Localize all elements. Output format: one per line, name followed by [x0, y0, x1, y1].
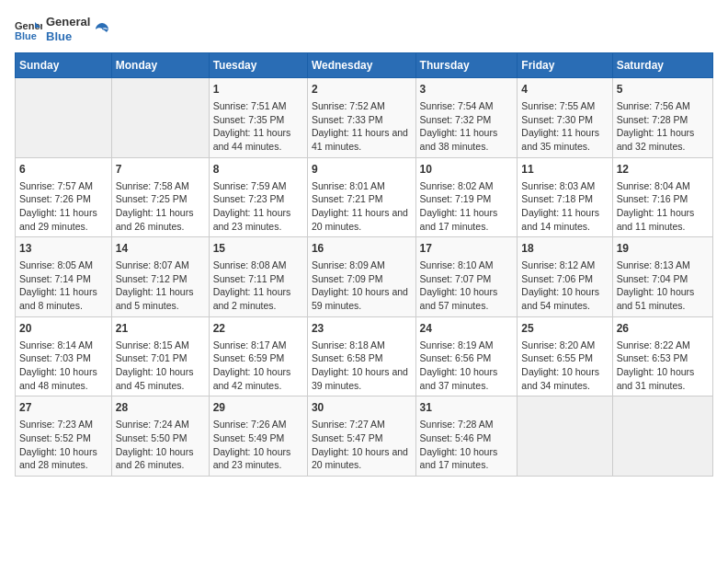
- day-cell: 24Sunrise: 8:19 AMSunset: 6:56 PMDayligh…: [415, 316, 518, 396]
- day-info: Daylight: 10 hours and 34 minutes.: [521, 365, 608, 392]
- day-info: Sunset: 7:19 PM: [420, 192, 514, 206]
- day-number: 15: [213, 241, 303, 257]
- day-info: Sunrise: 8:09 AM: [312, 259, 412, 272]
- day-info: Daylight: 10 hours and 28 minutes.: [19, 445, 108, 472]
- day-info: Sunset: 7:26 PM: [19, 192, 108, 206]
- day-info: Sunset: 7:06 PM: [521, 272, 608, 286]
- day-cell: 18Sunrise: 8:12 AMSunset: 7:06 PMDayligh…: [518, 237, 612, 317]
- day-cell: 6Sunrise: 7:57 AMSunset: 7:26 PMDaylight…: [16, 157, 112, 237]
- day-info: Daylight: 10 hours and 17 minutes.: [420, 445, 514, 472]
- day-info: Sunrise: 7:58 AM: [116, 179, 205, 193]
- day-info: Sunrise: 7:54 AM: [420, 99, 514, 113]
- day-info: Sunset: 7:07 PM: [420, 272, 514, 286]
- day-cell: 23Sunrise: 8:18 AMSunset: 6:58 PMDayligh…: [307, 316, 415, 396]
- day-cell: 28Sunrise: 7:24 AMSunset: 5:50 PMDayligh…: [111, 396, 209, 477]
- day-info: Sunrise: 7:23 AM: [19, 418, 108, 431]
- day-cell: 8Sunrise: 7:59 AMSunset: 7:23 PMDaylight…: [209, 157, 307, 237]
- week-row-3: 13Sunrise: 8:05 AMSunset: 7:14 PMDayligh…: [16, 237, 713, 317]
- day-info: Daylight: 11 hours and 14 minutes.: [521, 206, 608, 233]
- day-cell: 5Sunrise: 7:56 AMSunset: 7:28 PMDaylight…: [612, 78, 712, 158]
- day-info: Sunrise: 8:13 AM: [617, 259, 709, 272]
- day-info: Sunrise: 7:59 AM: [213, 179, 303, 193]
- day-info: Daylight: 10 hours and 57 minutes.: [420, 285, 514, 312]
- logo: General Blue General Blue: [15, 15, 110, 43]
- day-number: 4: [521, 82, 608, 98]
- day-info: Sunset: 7:32 PM: [420, 113, 514, 127]
- day-info: Daylight: 10 hours and 20 minutes.: [312, 445, 412, 472]
- week-row-1: 1Sunrise: 7:51 AMSunset: 7:35 PMDaylight…: [16, 78, 713, 158]
- day-info: Daylight: 11 hours and 26 minutes.: [116, 206, 205, 233]
- day-info: Sunrise: 7:52 AM: [312, 99, 412, 113]
- day-info: Sunrise: 7:57 AM: [19, 179, 108, 193]
- day-cell: 17Sunrise: 8:10 AMSunset: 7:07 PMDayligh…: [415, 237, 518, 317]
- day-info: Sunset: 6:56 PM: [420, 351, 514, 365]
- day-number: 24: [420, 321, 514, 337]
- day-number: 20: [19, 321, 108, 337]
- day-info: Daylight: 10 hours and 26 minutes.: [116, 445, 205, 472]
- day-number: 10: [420, 162, 514, 178]
- day-info: Sunrise: 7:28 AM: [420, 418, 514, 431]
- day-info: Daylight: 11 hours and 5 minutes.: [116, 285, 205, 312]
- day-cell: 25Sunrise: 8:20 AMSunset: 6:55 PMDayligh…: [518, 316, 612, 396]
- day-header-sunday: Sunday: [16, 53, 112, 78]
- day-number: 3: [420, 82, 514, 98]
- day-number: 29: [213, 400, 303, 416]
- day-number: 6: [19, 162, 108, 178]
- day-header-thursday: Thursday: [415, 53, 518, 78]
- day-cell: 31Sunrise: 7:28 AMSunset: 5:46 PMDayligh…: [415, 396, 518, 477]
- day-number: 1: [213, 82, 303, 98]
- svg-text:Blue: Blue: [15, 30, 37, 40]
- day-number: 14: [116, 241, 205, 257]
- day-cell: [612, 396, 712, 477]
- day-info: Sunset: 7:12 PM: [116, 272, 205, 286]
- day-cell: 15Sunrise: 8:08 AMSunset: 7:11 PMDayligh…: [209, 237, 307, 317]
- day-info: Sunrise: 8:17 AM: [213, 339, 303, 352]
- day-info: Daylight: 11 hours and 11 minutes.: [617, 206, 709, 233]
- day-info: Daylight: 11 hours and 38 minutes.: [420, 126, 514, 153]
- day-number: 16: [312, 241, 412, 257]
- logo-icon: General Blue: [15, 18, 42, 40]
- day-cell: 13Sunrise: 8:05 AMSunset: 7:14 PMDayligh…: [16, 237, 112, 317]
- day-header-saturday: Saturday: [612, 53, 712, 78]
- day-cell: 11Sunrise: 8:03 AMSunset: 7:18 PMDayligh…: [518, 157, 612, 237]
- day-info: Daylight: 11 hours and 20 minutes.: [312, 206, 412, 233]
- day-info: Daylight: 10 hours and 48 minutes.: [19, 365, 108, 392]
- day-info: Daylight: 10 hours and 59 minutes.: [312, 285, 412, 312]
- day-info: Daylight: 11 hours and 2 minutes.: [213, 285, 303, 312]
- day-info: Sunrise: 8:10 AM: [420, 259, 514, 272]
- day-cell: 19Sunrise: 8:13 AMSunset: 7:04 PMDayligh…: [612, 237, 712, 317]
- day-info: Sunrise: 7:27 AM: [312, 418, 412, 431]
- day-cell: 29Sunrise: 7:26 AMSunset: 5:49 PMDayligh…: [209, 396, 307, 477]
- day-cell: 7Sunrise: 7:58 AMSunset: 7:25 PMDaylight…: [111, 157, 209, 237]
- day-info: Sunset: 6:59 PM: [213, 351, 303, 365]
- day-info: Sunset: 7:16 PM: [617, 192, 709, 206]
- day-info: Sunrise: 8:14 AM: [19, 339, 108, 352]
- day-number: 25: [521, 321, 608, 337]
- day-header-tuesday: Tuesday: [209, 53, 307, 78]
- day-info: Sunset: 7:30 PM: [521, 113, 608, 127]
- day-info: Sunset: 7:18 PM: [521, 192, 608, 206]
- day-number: 18: [521, 241, 608, 257]
- day-info: Daylight: 11 hours and 29 minutes.: [19, 206, 108, 233]
- day-cell: 4Sunrise: 7:55 AMSunset: 7:30 PMDaylight…: [518, 78, 612, 158]
- day-info: Sunrise: 8:05 AM: [19, 259, 108, 272]
- day-info: Sunrise: 8:12 AM: [521, 259, 608, 272]
- day-cell: 9Sunrise: 8:01 AMSunset: 7:21 PMDaylight…: [307, 157, 415, 237]
- day-number: 26: [617, 321, 709, 337]
- week-row-4: 20Sunrise: 8:14 AMSunset: 7:03 PMDayligh…: [16, 316, 713, 396]
- day-cell: 1Sunrise: 7:51 AMSunset: 7:35 PMDaylight…: [209, 78, 307, 158]
- day-number: 2: [312, 82, 412, 98]
- day-info: Sunset: 5:50 PM: [116, 431, 205, 445]
- day-info: Daylight: 11 hours and 23 minutes.: [213, 206, 303, 233]
- day-info: Daylight: 11 hours and 44 minutes.: [213, 126, 303, 153]
- day-number: 21: [116, 321, 205, 337]
- day-info: Sunrise: 8:22 AM: [617, 339, 709, 352]
- day-info: Sunset: 5:46 PM: [420, 431, 514, 445]
- day-number: 9: [312, 162, 412, 178]
- day-number: 5: [617, 82, 709, 98]
- day-header-friday: Friday: [518, 53, 612, 78]
- day-info: Daylight: 10 hours and 45 minutes.: [116, 365, 205, 392]
- day-info: Sunset: 5:52 PM: [19, 431, 108, 445]
- day-info: Sunrise: 8:07 AM: [116, 259, 205, 272]
- day-cell: 10Sunrise: 8:02 AMSunset: 7:19 PMDayligh…: [415, 157, 518, 237]
